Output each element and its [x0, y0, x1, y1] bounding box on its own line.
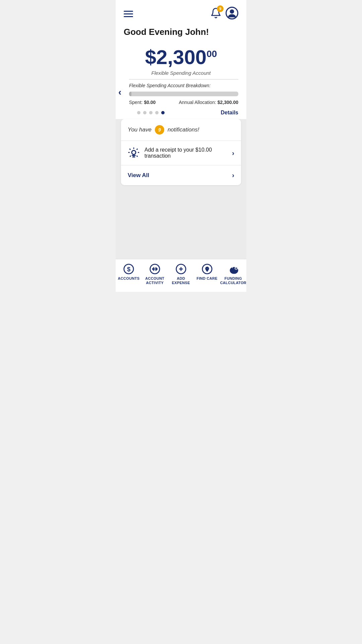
- bottom-nav: $ ACCOUNTS ACCOUNT ACTIVITY ADD EXPENSE: [116, 259, 246, 292]
- nav-account-activity[interactable]: ACCOUNT ACTIVITY: [142, 263, 168, 285]
- header-actions: 9: [210, 7, 238, 21]
- nav-add-expense[interactable]: ADD EXPENSE: [168, 263, 194, 285]
- dot-3: [149, 111, 153, 114]
- lightbulb-icon: [128, 147, 140, 159]
- header: 9: [116, 0, 246, 24]
- add-expense-icon: [175, 263, 187, 275]
- accounts-label: ACCOUNTS: [118, 276, 140, 281]
- accounts-icon: $: [123, 263, 134, 275]
- carousel-section: ‹ Flexible Spending Account Breakdown: S…: [116, 79, 246, 105]
- carousel-dots: [137, 111, 165, 114]
- nav-accounts[interactable]: $ ACCOUNTS: [116, 263, 142, 281]
- balance-display: $2,30000: [145, 47, 217, 67]
- funding-calculator-icon: $: [228, 263, 239, 275]
- nav-find-care[interactable]: FIND CARE: [194, 263, 220, 281]
- breakdown-label: Flexible Spending Account Breakdown:: [129, 83, 238, 88]
- notif-count-badge: 9: [155, 125, 164, 135]
- hamburger-menu[interactable]: [124, 11, 133, 17]
- svg-text:$: $: [127, 266, 130, 273]
- dot-1: [137, 111, 140, 114]
- greeting-text: Good Evening John!: [116, 24, 246, 37]
- view-all-row[interactable]: View All ›: [121, 165, 241, 185]
- notification-item[interactable]: Add a receipt to your $10.00 transaction…: [121, 141, 241, 165]
- dot-5-active: [161, 111, 165, 114]
- svg-point-10: [206, 268, 208, 269]
- gray-section: You have 9 notifications! Add a receipt …: [116, 119, 246, 259]
- notification-badge: 9: [217, 5, 224, 12]
- notification-chevron-icon: ›: [232, 149, 234, 157]
- find-care-label: FIND CARE: [196, 276, 218, 281]
- breakdown-amounts: Spent: $0.00 Annual Allocation: $2,300.0…: [129, 100, 238, 105]
- nav-funding-calculator[interactable]: $ FUNDING CALCULATOR: [220, 263, 246, 285]
- spent-amount: $0.00: [144, 100, 156, 105]
- dot-4: [155, 111, 159, 114]
- alloc-info: Annual Allocation: $2,300.00: [179, 100, 239, 105]
- notification-card: You have 9 notifications! Add a receipt …: [121, 119, 241, 185]
- notif-before-text: You have: [128, 126, 152, 133]
- spent-label: Spent:: [129, 100, 142, 105]
- alloc-amount: $2,300.00: [218, 100, 238, 105]
- spent-info: Spent: $0.00: [129, 100, 156, 105]
- funding-calculator-label: FUNDING CALCULATOR: [220, 276, 246, 285]
- dot-2: [143, 111, 146, 114]
- carousel-footer: Details: [116, 105, 246, 119]
- balance-cents: 00: [206, 49, 217, 59]
- carousel-content: Flexible Spending Account Breakdown: Spe…: [129, 79, 238, 105]
- notification-item-text: Add a receipt to your $10.00 transaction: [144, 147, 227, 159]
- balance-label: Flexible Spending Account: [124, 70, 238, 76]
- alloc-label: Annual Allocation:: [179, 100, 216, 105]
- avatar-button[interactable]: [226, 7, 238, 21]
- balance-section: $2,30000 Flexible Spending Account: [116, 37, 246, 79]
- notification-header: You have 9 notifications!: [121, 119, 241, 141]
- svg-point-2: [132, 151, 136, 155]
- details-link[interactable]: Details: [221, 110, 238, 116]
- notification-bell[interactable]: 9: [210, 7, 222, 20]
- svg-point-1: [230, 9, 234, 14]
- carousel-left-arrow[interactable]: ‹: [118, 87, 121, 98]
- progress-bar: [129, 92, 238, 96]
- account-activity-label: ACCOUNT ACTIVITY: [142, 276, 168, 285]
- find-care-icon: [201, 263, 213, 275]
- svg-point-15: [233, 265, 234, 266]
- svg-text:$: $: [235, 267, 236, 269]
- progress-bar-fill: [129, 92, 131, 96]
- view-all-chevron-icon: ›: [232, 171, 234, 179]
- account-activity-icon: [149, 263, 161, 275]
- balance-main: $2,300: [145, 47, 207, 67]
- add-expense-label: ADD EXPENSE: [168, 276, 194, 285]
- view-all-label: View All: [128, 172, 149, 179]
- notif-after-text: notifications!: [168, 126, 199, 133]
